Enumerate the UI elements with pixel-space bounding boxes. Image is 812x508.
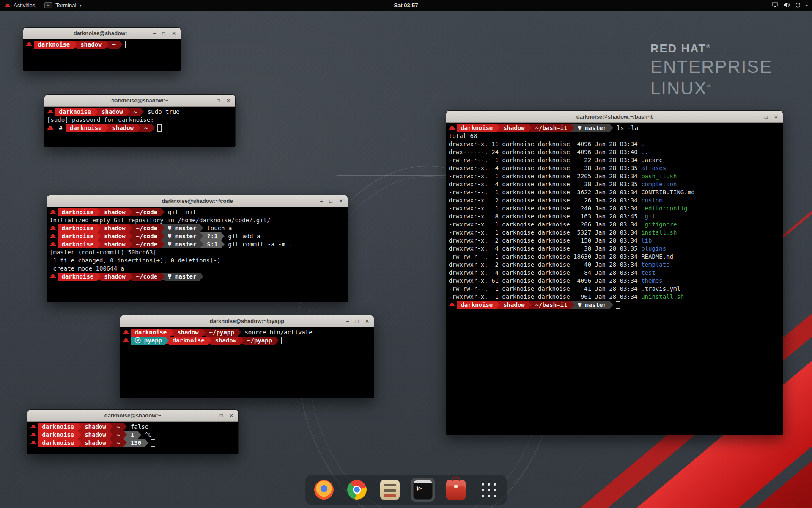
- powerline-separator-icon: [571, 124, 574, 132]
- prompt-user-segment: darknoise: [457, 124, 497, 132]
- close-button[interactable]: ✕: [226, 98, 230, 103]
- terminal-content[interactable]: darknoise shadow ~ false darknoise shado…: [27, 422, 238, 454]
- ls-filename: completion: [641, 180, 677, 188]
- terminal-cursor: [151, 439, 155, 447]
- terminal-line: # darknoise shadow ~: [47, 124, 233, 132]
- powerline-separator-icon: [161, 232, 165, 240]
- powerline-separator-icon: [129, 208, 132, 216]
- powerline-separator-icon: [208, 337, 211, 344]
- window-titlebar[interactable]: darknoise@shadow:~/pyapp–□✕: [120, 315, 374, 327]
- close-button[interactable]: ✕: [339, 199, 343, 204]
- power-icon: [795, 2, 801, 9]
- terminal-line: drwx------. 24 darknoise darknoise 4096 …: [449, 148, 780, 156]
- ls-filename: .ackrc: [641, 156, 663, 164]
- ls-filename: bash_it.sh: [641, 172, 677, 180]
- windows-layer: darknoise@shadow:~–□✕ darknoise shadow ~…: [0, 0, 812, 508]
- minimize-button[interactable]: –: [755, 114, 758, 119]
- command-text: git init: [165, 208, 197, 216]
- terminal-content[interactable]: darknoise shadow ~ sudo true[sudo] passw…: [44, 107, 235, 147]
- powerline-separator-icon: [110, 423, 113, 431]
- maximize-button[interactable]: □: [220, 413, 223, 418]
- window-titlebar[interactable]: darknoise@shadow:~/bash-it–□✕: [446, 111, 783, 123]
- close-button[interactable]: ✕: [172, 31, 176, 36]
- prompt-host-segment: shadow: [81, 423, 110, 431]
- terminal-window-code: darknoise@shadow:~/code–□✕ darknoise sha…: [47, 195, 348, 302]
- ls-row-meta: drwx------. 24 darknoise darknoise 4096 …: [449, 148, 641, 156]
- prompt-venv-segment: Ⓟ pyapp: [131, 337, 165, 345]
- dock-terminal[interactable]: $>: [411, 478, 435, 502]
- powerline-separator-icon: [610, 124, 613, 132]
- terminal-content[interactable]: darknoise shadow ~/pyapp source bin/acti…: [120, 327, 374, 398]
- redhat-logo-icon: [5, 3, 10, 7]
- system-menu[interactable]: ▾: [768, 0, 812, 11]
- maximize-button[interactable]: □: [162, 31, 165, 36]
- prompt-host-segment: shadow: [101, 208, 129, 216]
- terminal-content[interactable]: darknoise shadow ~/bash-it Ψ master ls -…: [446, 123, 783, 435]
- terminal-content[interactable]: darknoise shadow ~/code git initInitiali…: [47, 207, 348, 302]
- close-button[interactable]: ✕: [365, 319, 369, 324]
- minimize-button[interactable]: –: [211, 413, 214, 418]
- redhat-prompt-icon: [30, 432, 36, 437]
- dock-toolbox[interactable]: [444, 478, 468, 502]
- ls-filename: custom: [641, 196, 663, 204]
- ls-filename: .travis.yml: [641, 285, 680, 293]
- redhat-prompt-icon: [123, 330, 129, 335]
- dock-app-grid[interactable]: [477, 478, 500, 501]
- powerline-separator-icon: [200, 240, 203, 248]
- ls-filename: .git: [641, 213, 656, 221]
- prompt-git-segment: Ψ master: [165, 240, 200, 248]
- prompt-stat-segment: S:1: [203, 240, 221, 248]
- powerline-separator-icon: [275, 337, 279, 344]
- dock-chrome[interactable]: [345, 478, 369, 502]
- prompt-path-segment: ~/code: [132, 273, 161, 281]
- window-titlebar[interactable]: darknoise@shadow:~–□✕: [44, 95, 235, 107]
- minimize-button[interactable]: –: [346, 319, 349, 324]
- powerline-separator-icon: [200, 273, 203, 280]
- powerline-separator-icon: [129, 273, 132, 280]
- close-button[interactable]: ✕: [774, 114, 778, 119]
- clock[interactable]: Sat 03:57: [394, 2, 418, 8]
- terminal-content[interactable]: darknoise shadow ~: [23, 39, 181, 71]
- redhat-prompt-icon: [47, 125, 53, 130]
- dock-firefox[interactable]: [312, 478, 336, 502]
- firefox-icon: [314, 480, 334, 500]
- powerline-separator-icon: [240, 337, 244, 344]
- prompt-git-segment: Ψ master: [574, 301, 610, 309]
- terminal-line: darknoise shadow ~/code Ψ master: [49, 273, 345, 281]
- maximize-button[interactable]: □: [217, 98, 220, 103]
- app-menu-terminal[interactable]: >_ Terminal ▾: [40, 0, 86, 11]
- maximize-button[interactable]: □: [329, 199, 332, 204]
- maximize-button[interactable]: □: [765, 114, 768, 119]
- redhat-prompt-icon: [50, 242, 56, 247]
- window-titlebar[interactable]: darknoise@shadow:~–□✕: [27, 410, 238, 422]
- redhat-prompt-icon: [50, 234, 56, 239]
- terminal-line: drwxrwxr-x. 2 darknoise darknoise 40 Jan…: [449, 261, 780, 269]
- prompt-host-segment: shadow: [81, 439, 110, 447]
- output-text: 1 file changed, 0 insertions(+), 0 delet…: [49, 257, 221, 265]
- prompt-path-segment: ~: [113, 439, 123, 447]
- activities-button[interactable]: Activities: [0, 0, 40, 11]
- window-title: darknoise@shadow:~/code: [162, 198, 233, 204]
- close-button[interactable]: ✕: [229, 413, 233, 418]
- powerline-separator-icon: [161, 224, 165, 232]
- prompt-path-segment: ~: [130, 108, 140, 116]
- prompt-host-segment: shadow: [211, 337, 240, 345]
- ls-filename: uninstall.sh: [641, 293, 684, 301]
- minimize-button[interactable]: –: [153, 31, 156, 36]
- window-buttons: –□✕: [208, 95, 230, 106]
- powerline-separator-icon: [200, 224, 203, 232]
- maximize-button[interactable]: □: [356, 319, 359, 324]
- window-buttons: –□✕: [211, 410, 233, 421]
- minimize-button[interactable]: –: [320, 199, 323, 204]
- top-bar: Activities >_ Terminal ▾ Sat 03:57 ▾: [0, 0, 812, 11]
- ls-row-meta: drwxrwxr-x. 2 darknoise darknoise 26 Jan…: [449, 196, 641, 204]
- command-text: git add a: [225, 232, 260, 240]
- powerline-separator-icon: [123, 431, 127, 439]
- prompt-path-segment: ~/code: [132, 240, 161, 248]
- window-titlebar[interactable]: darknoise@shadow:~/code–□✕: [47, 195, 348, 207]
- dock-files[interactable]: [378, 478, 402, 502]
- terminal-cursor: [125, 41, 129, 48]
- minimize-button[interactable]: –: [208, 98, 211, 103]
- window-titlebar[interactable]: darknoise@shadow:~–□✕: [23, 28, 181, 39]
- ls-filename: test: [641, 269, 656, 277]
